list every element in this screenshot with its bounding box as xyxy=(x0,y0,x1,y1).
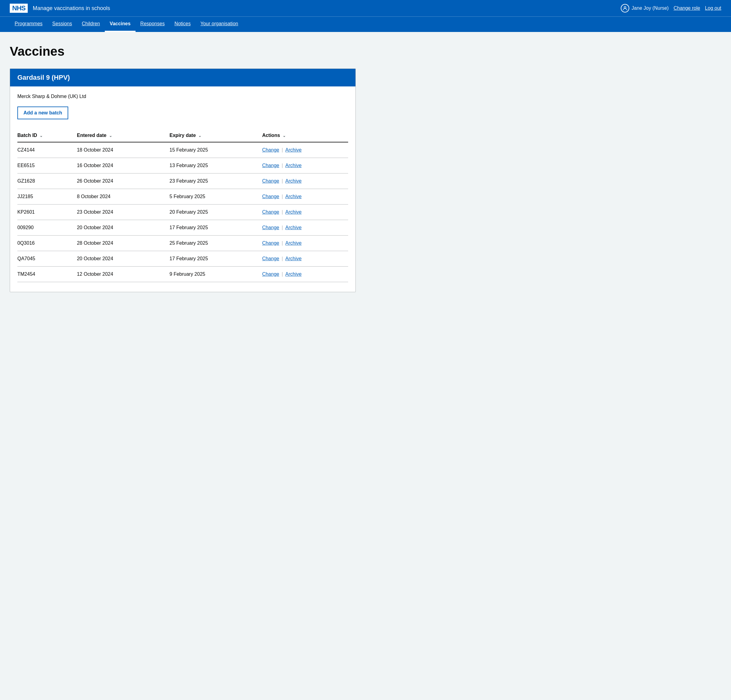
archive-button[interactable]: Archive xyxy=(285,194,301,199)
vaccine-card-header: Gardasil 9 (HPV) xyxy=(10,69,355,86)
change-button[interactable]: Change xyxy=(262,256,279,261)
sort-icon-actions[interactable]: ⌄ xyxy=(283,133,286,138)
sort-icon-batch[interactable]: ⌄ xyxy=(40,133,43,138)
change-button[interactable]: Change xyxy=(262,225,279,230)
vaccine-card-body: Merck Sharp & Dohme (UK) Ltd Add a new b… xyxy=(10,86,355,292)
change-button[interactable]: Change xyxy=(262,271,279,277)
actions-cell: Change|Archive xyxy=(262,267,348,282)
nav-item-children[interactable]: Children xyxy=(77,17,105,32)
actions-cell: Change|Archive xyxy=(262,173,348,189)
table-row: QA704520 October 202417 February 2025Cha… xyxy=(18,251,348,267)
change-button[interactable]: Change xyxy=(262,163,279,168)
entered-date-cell: 16 October 2024 xyxy=(77,158,169,173)
table-row: EE651516 October 202413 February 2025Cha… xyxy=(18,158,348,173)
actions-cell: Change|Archive xyxy=(262,251,348,267)
manufacturer-name: Merck Sharp & Dohme (UK) Ltd xyxy=(18,94,348,99)
nhs-logo: NHS xyxy=(10,4,28,13)
archive-button[interactable]: Archive xyxy=(285,163,301,168)
actions-cell: Change|Archive xyxy=(262,142,348,158)
batch-id-cell: QA7045 xyxy=(18,251,77,267)
expiry-date-cell: 13 February 2025 xyxy=(170,158,262,173)
vaccine-name: Gardasil 9 (HPV) xyxy=(18,74,70,81)
action-separator: | xyxy=(282,256,283,261)
col-header-batch-id: Batch ID ⌄ xyxy=(18,129,77,142)
change-button[interactable]: Change xyxy=(262,240,279,246)
expiry-date-cell: 25 February 2025 xyxy=(170,236,262,251)
user-icon xyxy=(621,4,629,12)
actions-group: Change|Archive xyxy=(262,240,346,246)
actions-group: Change|Archive xyxy=(262,178,346,184)
batch-id-cell: CZ4144 xyxy=(18,142,77,158)
table-header-row: Batch ID ⌄ Entered date ⌄ Expiry date ⌄ xyxy=(18,129,348,142)
table-row: TM245412 October 20249 February 2025Chan… xyxy=(18,267,348,282)
actions-group: Change|Archive xyxy=(262,147,346,153)
nav-item-vaccines[interactable]: Vaccines xyxy=(105,17,135,32)
actions-cell: Change|Archive xyxy=(262,205,348,220)
site-header: NHS Manage vaccinations in schools Jane … xyxy=(0,0,731,16)
archive-button[interactable]: Archive xyxy=(285,271,301,277)
actions-group: Change|Archive xyxy=(262,271,346,277)
entered-date-cell: 20 October 2024 xyxy=(77,251,169,267)
change-button[interactable]: Change xyxy=(262,178,279,184)
action-separator: | xyxy=(282,209,283,215)
expiry-date-cell: 5 February 2025 xyxy=(170,189,262,205)
batch-table: Batch ID ⌄ Entered date ⌄ Expiry date ⌄ xyxy=(18,129,348,282)
expiry-date-cell: 17 February 2025 xyxy=(170,251,262,267)
actions-group: Change|Archive xyxy=(262,225,346,230)
action-separator: | xyxy=(282,178,283,184)
archive-button[interactable]: Archive xyxy=(285,147,301,153)
action-separator: | xyxy=(282,194,283,199)
actions-cell: Change|Archive xyxy=(262,220,348,236)
table-row: 0Q301628 October 202425 February 2025Cha… xyxy=(18,236,348,251)
site-title: Manage vaccinations in schools xyxy=(32,5,110,12)
log-out-button[interactable]: Log out xyxy=(705,6,721,11)
change-button[interactable]: Change xyxy=(262,209,279,215)
entered-date-cell: 28 October 2024 xyxy=(77,236,169,251)
user-info: Jane Joy (Nurse) xyxy=(621,4,669,12)
actions-group: Change|Archive xyxy=(262,163,346,168)
entered-date-cell: 26 October 2024 xyxy=(77,173,169,189)
archive-button[interactable]: Archive xyxy=(285,178,301,184)
batch-id-cell: GZ1628 xyxy=(18,173,77,189)
entered-date-cell: 23 October 2024 xyxy=(77,205,169,220)
archive-button[interactable]: Archive xyxy=(285,240,301,246)
nav-item-responses[interactable]: Responses xyxy=(135,17,170,32)
nav-item-your-organisation[interactable]: Your organisation xyxy=(195,17,243,32)
sort-icon-expiry[interactable]: ⌄ xyxy=(198,133,201,138)
nav-item-notices[interactable]: Notices xyxy=(170,17,195,32)
col-header-entered-date: Entered date ⌄ xyxy=(77,129,169,142)
table-row: GZ162826 October 202423 February 2025Cha… xyxy=(18,173,348,189)
entered-date-cell: 18 October 2024 xyxy=(77,142,169,158)
main-nav: Programmes Sessions Children Vaccines Re… xyxy=(0,16,731,32)
archive-button[interactable]: Archive xyxy=(285,209,301,215)
change-button[interactable]: Change xyxy=(262,194,279,199)
actions-group: Change|Archive xyxy=(262,209,346,215)
batch-id-cell: TM2454 xyxy=(18,267,77,282)
expiry-date-cell: 9 February 2025 xyxy=(170,267,262,282)
table-row: CZ414418 October 202415 February 2025Cha… xyxy=(18,142,348,158)
main-content: Vaccines Gardasil 9 (HPV) Merck Sharp & … xyxy=(0,32,366,305)
user-name: Jane Joy (Nurse) xyxy=(632,6,669,11)
batch-id-cell: 0Q3016 xyxy=(18,236,77,251)
archive-button[interactable]: Archive xyxy=(285,225,301,230)
sort-icon-entered[interactable]: ⌄ xyxy=(109,133,112,138)
expiry-date-cell: 15 February 2025 xyxy=(170,142,262,158)
table-row: 00929020 October 202417 February 2025Cha… xyxy=(18,220,348,236)
nav-item-sessions[interactable]: Sessions xyxy=(47,17,77,32)
batch-id-cell: EE6515 xyxy=(18,158,77,173)
nav-item-programmes[interactable]: Programmes xyxy=(10,17,47,32)
svg-point-0 xyxy=(624,6,626,8)
header-left: NHS Manage vaccinations in schools xyxy=(10,4,110,13)
entered-date-cell: 8 October 2024 xyxy=(77,189,169,205)
add-batch-button[interactable]: Add a new batch xyxy=(18,107,68,119)
header-right: Jane Joy (Nurse) Change role Log out xyxy=(621,4,721,12)
expiry-date-cell: 20 February 2025 xyxy=(170,205,262,220)
expiry-date-cell: 17 February 2025 xyxy=(170,220,262,236)
col-header-actions: Actions ⌄ xyxy=(262,129,348,142)
expiry-date-cell: 23 February 2025 xyxy=(170,173,262,189)
archive-button[interactable]: Archive xyxy=(285,256,301,261)
action-separator: | xyxy=(282,163,283,168)
change-button[interactable]: Change xyxy=(262,147,279,153)
vaccine-card: Gardasil 9 (HPV) Merck Sharp & Dohme (UK… xyxy=(10,69,356,292)
change-role-button[interactable]: Change role xyxy=(674,6,700,11)
